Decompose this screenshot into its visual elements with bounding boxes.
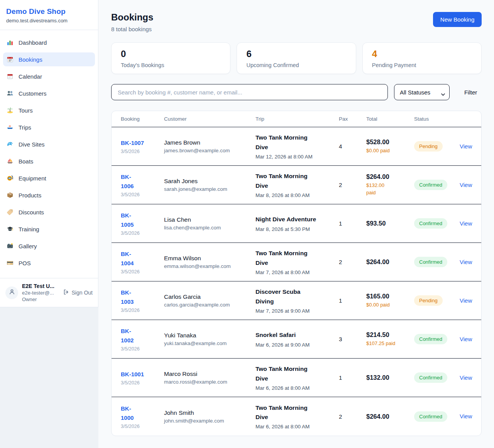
customer-name: Yuki Tanaka xyxy=(164,332,255,339)
user-role: Owner xyxy=(22,296,59,302)
view-link[interactable]: View xyxy=(460,336,472,342)
actions-cell: View xyxy=(460,220,472,227)
sidebar-item-customers[interactable]: Customers xyxy=(3,86,95,100)
trip-cell: Night Dive Adventure Mar 8, 2026 at 5:30… xyxy=(255,215,339,232)
stat-value: 0 xyxy=(121,49,221,59)
sidebar-item-pos[interactable]: POS xyxy=(3,256,95,270)
customer-email: marco.rossi@example.com xyxy=(164,379,255,385)
camera-icon xyxy=(7,243,14,249)
booking-id-link[interactable]: BK- 1000 xyxy=(121,404,134,423)
trip-name: Two Tank Morning Dive xyxy=(255,403,339,422)
bookings-table: Booking Customer Trip Pax Total Status B… xyxy=(111,111,482,436)
pax-count: 1 xyxy=(339,374,366,381)
actions-cell: View xyxy=(460,259,472,266)
booking-cell: BK- 1004 3/5/2026 xyxy=(121,249,164,275)
booking-id-link[interactable]: BK- 1004 xyxy=(121,249,134,268)
user-email: e2e-tester@... xyxy=(22,290,59,296)
status-cell: Confirmed xyxy=(414,411,460,422)
customer-email: carlos.garcia@example.com xyxy=(164,302,255,308)
paid-amount: $107.25 paid xyxy=(366,340,414,347)
sidebar-item-bookings[interactable]: 17 Bookings xyxy=(3,52,95,66)
view-link[interactable]: View xyxy=(460,374,472,381)
stat-value: 4 xyxy=(372,49,472,59)
view-link[interactable]: View xyxy=(460,220,472,227)
trip-cell: Two Tank Morning Dive Mar 8, 2026 at 8:0… xyxy=(255,172,339,198)
status-cell: Confirmed xyxy=(414,334,460,344)
booking-id-link[interactable]: BK-1007 xyxy=(121,138,144,148)
booking-date: 3/5/2026 xyxy=(121,149,164,154)
customer-email: yuki.tanaka@example.com xyxy=(164,340,255,346)
column-header-pax: Pax xyxy=(339,116,366,122)
booking-id-link[interactable]: BK- 1006 xyxy=(121,172,134,191)
view-link[interactable]: View xyxy=(460,259,472,265)
sidebar-item-tours[interactable]: Tours xyxy=(3,103,95,117)
pax-count: 1 xyxy=(339,297,366,304)
sidebar-item-dive-sites[interactable]: Dive Sites xyxy=(3,137,95,151)
sign-out-button[interactable]: Sign Out xyxy=(63,289,93,296)
booking-id-link[interactable]: BK- 1002 xyxy=(121,327,134,345)
booking-cell: BK- 1005 3/5/2026 xyxy=(121,211,164,236)
total-amount: $132.00 xyxy=(366,374,414,381)
filter-button[interactable]: Filter xyxy=(460,86,482,99)
sign-out-label: Sign Out xyxy=(72,290,93,296)
customer-email: james.brown@example.com xyxy=(164,148,255,153)
status-cell: Pending xyxy=(414,295,460,306)
page-header-text: Bookings 8 total bookings xyxy=(111,12,153,32)
sidebar-item-discounts[interactable]: Discounts xyxy=(3,205,95,219)
sidebar-item-gallery[interactable]: Gallery xyxy=(3,239,95,253)
view-link[interactable]: View xyxy=(460,182,472,188)
trip-name: Two Tank Morning Dive xyxy=(255,133,339,152)
sidebar-item-products[interactable]: Products xyxy=(3,188,95,202)
search-input[interactable] xyxy=(111,84,388,100)
island-icon xyxy=(7,107,14,114)
booking-date: 3/5/2026 xyxy=(121,424,164,429)
column-header-customer: Customer xyxy=(164,116,255,122)
paid-amount: $0.00 paid xyxy=(366,147,414,155)
column-header-status: Status xyxy=(414,116,460,122)
customer-name: Carlos Garcia xyxy=(164,293,255,300)
booking-cell: BK-1001 3/5/2026 xyxy=(121,370,164,386)
stat-card: 0 Today's Bookings xyxy=(111,42,230,74)
stat-label: Upcoming Confirmed xyxy=(246,62,346,68)
trip-cell: Two Tank Morning Dive Mar 7, 2026 at 8:0… xyxy=(255,249,339,275)
avatar xyxy=(5,286,18,299)
page-title: Bookings xyxy=(111,12,153,23)
booking-cell: BK-1007 3/5/2026 xyxy=(121,138,164,154)
sidebar-item-dashboard[interactable]: Dashboard xyxy=(3,35,95,49)
status-select[interactable]: All Statuses xyxy=(394,84,450,100)
person-icon xyxy=(8,288,15,297)
column-header-booking: Booking xyxy=(121,116,164,122)
sidebar-item-trips[interactable]: Trips xyxy=(3,120,95,134)
customer-cell: Yuki Tanaka yuki.tanaka@example.com xyxy=(164,332,255,346)
customer-name: Emma Wilson xyxy=(164,255,255,262)
sidebar-item-calendar[interactable]: Calendar xyxy=(3,69,95,83)
trip-datetime: Mar 6, 2026 at 9:00 AM xyxy=(255,342,339,348)
customer-email: emma.wilson@example.com xyxy=(164,263,255,269)
booking-id-link[interactable]: BK- 1003 xyxy=(121,288,134,307)
pax-count: 2 xyxy=(339,413,366,420)
booking-cell: BK- 1000 3/5/2026 xyxy=(121,404,164,429)
booking-id-link[interactable]: BK- 1005 xyxy=(121,211,134,229)
status-cell: Confirmed xyxy=(414,257,460,267)
booking-cell: BK- 1003 3/5/2026 xyxy=(121,288,164,313)
sidebar: Demo Dive Shop demo.test.divestreams.com… xyxy=(0,0,98,307)
view-link[interactable]: View xyxy=(460,297,472,304)
view-link[interactable]: View xyxy=(460,413,472,419)
sidebar-item-boats[interactable]: Boats xyxy=(3,154,95,168)
calendar-date-icon: 17 xyxy=(7,56,14,63)
trip-datetime: Mar 8, 2026 at 5:30 PM xyxy=(255,226,339,232)
new-booking-button[interactable]: New Booking xyxy=(433,12,482,27)
customer-cell: Emma Wilson emma.wilson@example.com xyxy=(164,255,255,269)
view-link[interactable]: View xyxy=(460,143,472,150)
calendar-icon xyxy=(7,73,14,80)
status-cell: Confirmed xyxy=(414,372,460,383)
customer-email: sarah.jones@example.com xyxy=(164,186,255,192)
table-row: BK- 1005 3/5/2026 Lisa Chen lisa.chen@ex… xyxy=(112,204,481,243)
table-row: BK- 1003 3/5/2026 Carlos Garcia carlos.g… xyxy=(112,281,481,320)
page-header: Bookings 8 total bookings New Booking xyxy=(111,12,482,32)
booking-id-link[interactable]: BK-1001 xyxy=(121,370,144,379)
sidebar-item-training[interactable]: Training xyxy=(3,222,95,236)
sidebar-item-equipment[interactable]: Equipment xyxy=(3,171,95,185)
stat-value: 6 xyxy=(246,49,346,59)
status-badge: Confirmed xyxy=(414,257,447,267)
